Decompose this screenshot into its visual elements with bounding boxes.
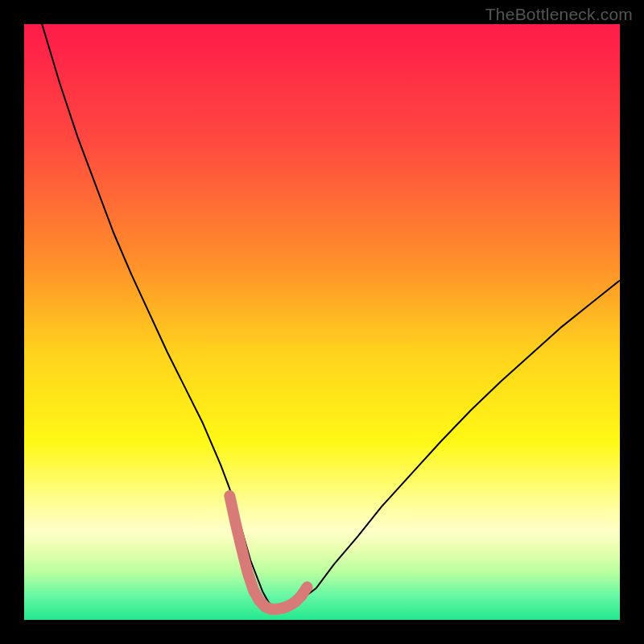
chart-canvas [24, 24, 620, 620]
watermark-text: TheBottleneck.com [485, 5, 633, 24]
plot-area [24, 24, 620, 620]
outer-frame: TheBottleneck.com [0, 0, 644, 644]
gradient-background [24, 24, 620, 620]
